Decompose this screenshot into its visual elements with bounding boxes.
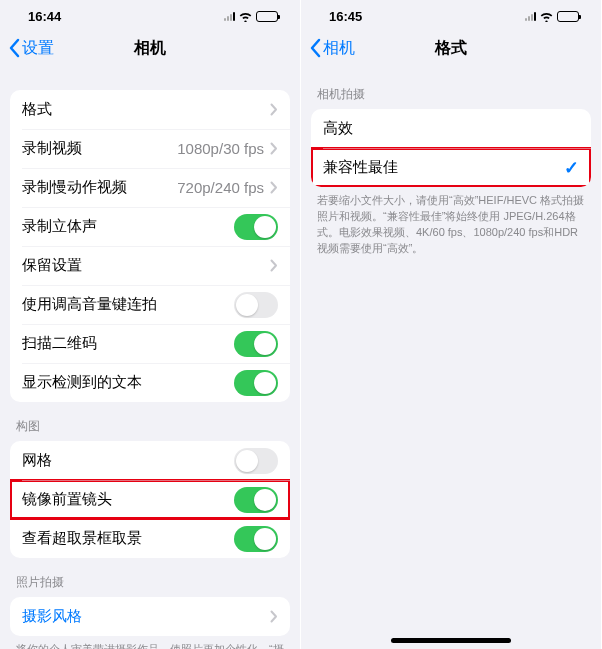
group-header-photo-capture: 照片拍摄 <box>0 558 300 597</box>
status-time: 16:44 <box>28 9 61 24</box>
row-label: 保留设置 <box>22 256 270 275</box>
chevron-right-icon <box>270 142 278 155</box>
toggle-switch[interactable] <box>234 331 278 357</box>
settings-row[interactable]: 录制慢动作视频720p/240 fps <box>10 168 290 207</box>
status-indicators <box>224 11 278 22</box>
settings-row[interactable]: 网格 <box>10 441 290 480</box>
status-bar: 16:44 <box>0 6 300 26</box>
checkmark-icon: ✓ <box>564 157 579 179</box>
formats-scroll[interactable]: 相机拍摄 高效兼容性最佳✓ 若要缩小文件大小，请使用“高效”HEIF/HEVC … <box>301 70 601 649</box>
nav-bar: 设置 相机 <box>0 26 300 70</box>
chevron-left-icon <box>309 38 321 58</box>
settings-group-photo-capture: 摄影风格 <box>10 597 290 636</box>
settings-row[interactable]: 镜像前置镜头 <box>10 480 290 519</box>
row-detail: 720p/240 fps <box>177 179 264 196</box>
status-indicators <box>525 11 579 22</box>
back-button[interactable]: 相机 <box>301 38 355 59</box>
row-label: 高效 <box>323 119 579 138</box>
row-label: 网格 <box>22 451 234 470</box>
chevron-right-icon <box>270 181 278 194</box>
toggle-switch[interactable] <box>234 487 278 513</box>
back-label: 相机 <box>323 38 355 59</box>
row-label: 格式 <box>22 100 270 119</box>
settings-group-composition: 网格镜像前置镜头查看超取景框取景 <box>10 441 290 558</box>
status-time: 16:45 <box>329 9 362 24</box>
row-label: 录制立体声 <box>22 217 234 236</box>
settings-scroll[interactable]: 格式录制视频1080p/30 fps录制慢动作视频720p/240 fps录制立… <box>0 70 300 649</box>
toggle-switch[interactable] <box>234 370 278 396</box>
cellular-icon <box>224 12 235 21</box>
formats-screen: 16:45 相机 格式 相机拍摄 高效兼容性最佳✓ 若要缩小文件大小，请使用“高… <box>301 0 602 649</box>
settings-row[interactable]: 录制立体声 <box>10 207 290 246</box>
toggle-switch[interactable] <box>234 526 278 552</box>
toggle-switch[interactable] <box>234 214 278 240</box>
chevron-right-icon <box>270 103 278 116</box>
settings-row[interactable]: 摄影风格 <box>10 597 290 636</box>
row-label: 镜像前置镜头 <box>22 490 234 509</box>
wifi-icon <box>539 11 554 22</box>
chevron-right-icon <box>270 259 278 272</box>
settings-row[interactable]: 查看超取景框取景 <box>10 519 290 558</box>
row-label: 查看超取景框取景 <box>22 529 234 548</box>
home-indicator[interactable] <box>391 638 511 643</box>
group-header-camera-capture: 相机拍摄 <box>301 70 601 109</box>
settings-row[interactable]: 显示检测到的文本 <box>10 363 290 402</box>
settings-row[interactable]: 使用调高音量键连拍 <box>10 285 290 324</box>
settings-row[interactable]: 扫描二维码 <box>10 324 290 363</box>
row-label: 摄影风格 <box>22 607 270 626</box>
battery-icon <box>557 11 579 22</box>
chevron-left-icon <box>8 38 20 58</box>
cellular-icon <box>525 12 536 21</box>
row-label: 扫描二维码 <box>22 334 234 353</box>
back-label: 设置 <box>22 38 54 59</box>
row-label: 录制视频 <box>22 139 177 158</box>
row-label: 兼容性最佳 <box>323 158 564 177</box>
toggle-switch[interactable] <box>234 292 278 318</box>
format-options-group: 高效兼容性最佳✓ <box>311 109 591 187</box>
wifi-icon <box>238 11 253 22</box>
status-bar: 16:45 <box>301 6 601 26</box>
format-option-row[interactable]: 兼容性最佳✓ <box>311 148 591 187</box>
row-detail: 1080p/30 fps <box>177 140 264 157</box>
row-label: 使用调高音量键连拍 <box>22 295 234 314</box>
settings-group-main: 格式录制视频1080p/30 fps录制慢动作视频720p/240 fps录制立… <box>10 90 290 402</box>
row-label: 显示检测到的文本 <box>22 373 234 392</box>
camera-settings-screen: 16:44 设置 相机 格式录制视频1080p/30 fps录制慢动作视频720… <box>0 0 301 649</box>
photo-styles-footer: 将你的个人审美带进摄影作品，使照片更加个性化。“摄影风格”使用先进的场景理解技术… <box>0 636 300 649</box>
settings-row[interactable]: 格式 <box>10 90 290 129</box>
nav-bar: 相机 格式 <box>301 26 601 70</box>
formats-footer: 若要缩小文件大小，请使用“高效”HEIF/HEVC 格式拍摄照片和视频。“兼容性… <box>301 187 601 257</box>
settings-row[interactable]: 保留设置 <box>10 246 290 285</box>
settings-row[interactable]: 录制视频1080p/30 fps <box>10 129 290 168</box>
battery-icon <box>256 11 278 22</box>
row-label: 录制慢动作视频 <box>22 178 177 197</box>
format-option-row[interactable]: 高效 <box>311 109 591 148</box>
group-header-composition: 构图 <box>0 402 300 441</box>
back-button[interactable]: 设置 <box>0 38 54 59</box>
toggle-switch[interactable] <box>234 448 278 474</box>
chevron-right-icon <box>270 610 278 623</box>
